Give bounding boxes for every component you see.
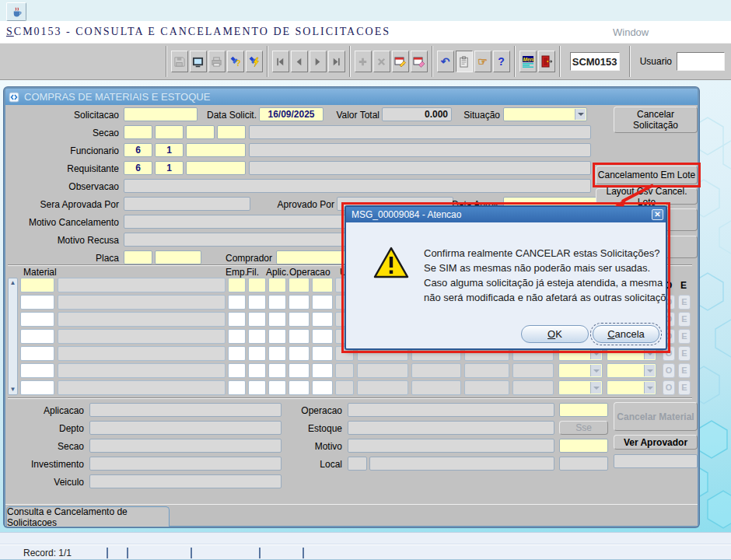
edit-field-button[interactable] — [392, 51, 409, 72]
funcionario-cod-input[interactable] — [186, 143, 246, 157]
cell-material[interactable] — [20, 363, 54, 378]
execute-query-button[interactable] — [246, 51, 263, 72]
cell-operacao-2[interactable] — [312, 346, 333, 361]
cell-operacao-2[interactable] — [312, 329, 333, 344]
cell-aplic[interactable] — [268, 346, 286, 361]
cancelar-solicitacao-button[interactable]: Cancelar Solicitação — [614, 107, 698, 133]
cell-aplic[interactable] — [268, 278, 286, 292]
exit-button[interactable] — [538, 51, 555, 72]
cell-material[interactable] — [20, 346, 54, 361]
cell-emp[interactable] — [228, 312, 246, 327]
funcionario-fil-input[interactable]: 1 — [155, 143, 184, 157]
cell-aplic[interactable] — [268, 295, 286, 310]
placa-input-1[interactable] — [124, 250, 152, 264]
cell-emp[interactable] — [228, 278, 246, 292]
cell-fil[interactable] — [248, 278, 266, 292]
data-solicit-input[interactable]: 16/09/2025 — [259, 107, 324, 121]
print-button[interactable] — [208, 51, 226, 72]
cell-material[interactable] — [20, 278, 54, 292]
situacao-dropdown-arrow[interactable] — [575, 109, 586, 120]
form-window-titlebar[interactable]: COMPRAS DE MATERIAIS E ESTOQUE — [5, 89, 698, 105]
close-icon[interactable]: ✕ — [652, 209, 663, 220]
help-button[interactable]: ? — [493, 51, 510, 72]
cell-operacao-1[interactable] — [289, 380, 310, 395]
dialog-titlebar[interactable]: MSG_00009084 - Atencao ✕ — [346, 207, 666, 222]
motivo-aux-input[interactable] — [559, 439, 608, 453]
cancel-button[interactable]: Cancela — [593, 325, 659, 343]
cell-material[interactable] — [20, 295, 54, 310]
undo-button[interactable]: ↶ — [437, 51, 454, 72]
usuario-input[interactable] — [677, 52, 725, 71]
menu-button[interactable]: Menu — [519, 51, 537, 72]
cell-operacao-1[interactable] — [289, 295, 310, 310]
previous-record-button[interactable] — [291, 51, 308, 72]
clear-field-button[interactable] — [411, 51, 428, 72]
cell-aplic[interactable] — [268, 312, 286, 327]
cell-emp[interactable] — [228, 329, 246, 344]
cell-operacao-2[interactable] — [312, 278, 333, 292]
requisitante-cod-input[interactable] — [186, 161, 246, 175]
delete-record-button[interactable] — [373, 51, 390, 72]
cell-operacao-2[interactable] — [312, 295, 333, 310]
cell-fil[interactable] — [248, 346, 266, 361]
cell-fil[interactable] — [248, 295, 266, 310]
cell-fil[interactable] — [248, 312, 266, 327]
first-record-button[interactable] — [272, 51, 289, 72]
menu-window[interactable]: Window — [613, 26, 649, 38]
cell-fil[interactable] — [248, 329, 266, 344]
secao-input-3[interactable] — [186, 125, 215, 139]
cell-tipo-dropdown[interactable] — [607, 380, 656, 395]
ok-button[interactable]: OK — [521, 325, 589, 343]
cell-situacao-dropdown[interactable] — [558, 363, 603, 378]
display-button[interactable] — [190, 51, 207, 72]
dropdown-arrow-icon[interactable] — [644, 382, 655, 394]
cell-operacao-1[interactable] — [289, 346, 310, 361]
cell-aplic[interactable] — [268, 363, 286, 378]
last-record-button[interactable] — [328, 51, 345, 72]
ver-aprovador-button[interactable]: Ver Aprovador — [614, 435, 698, 450]
secao-input-2[interactable] — [155, 125, 184, 139]
requisitante-emp-input[interactable]: 6 — [124, 161, 152, 175]
cell-situacao-dropdown[interactable] — [558, 380, 603, 395]
placa-input-2[interactable] — [155, 250, 201, 264]
cell-material[interactable] — [20, 312, 54, 327]
next-record-button[interactable] — [310, 51, 327, 72]
grid-scrollbar[interactable]: ▲ ▼ — [8, 278, 18, 395]
funcionario-emp-input[interactable]: 6 — [124, 143, 152, 157]
cell-tipo-dropdown[interactable] — [607, 363, 656, 378]
clipboard-button[interactable] — [456, 51, 473, 72]
cell-operacao-2[interactable] — [312, 312, 333, 327]
cell-operacao-2[interactable] — [312, 363, 333, 378]
scroll-down-icon[interactable]: ▼ — [9, 386, 17, 394]
cell-material[interactable] — [20, 329, 54, 344]
tab-consulta-cancelamento[interactable]: Consulta e Cancelamento de Solicitacoes — [6, 506, 170, 527]
cell-material[interactable] — [20, 380, 54, 395]
dropdown-arrow-icon[interactable] — [590, 382, 601, 394]
cell-operacao-1[interactable] — [289, 329, 310, 344]
cell-emp[interactable] — [228, 380, 246, 395]
secao-input-1[interactable] — [124, 125, 152, 139]
cell-emp[interactable] — [228, 295, 246, 310]
commit-button[interactable]: ☞ — [474, 51, 491, 72]
cell-emp[interactable] — [228, 346, 246, 361]
layout-csv-button[interactable]: Layout Csv Cancel. Lote — [596, 188, 698, 205]
operacao-aux-input[interactable] — [559, 403, 608, 417]
scroll-up-icon[interactable]: ▲ — [9, 279, 17, 287]
cell-operacao-1[interactable] — [289, 278, 310, 292]
enter-query-button[interactable]: ? — [227, 51, 244, 72]
cancelamento-em-lote-button[interactable]: Cancelamento Em Lote — [596, 166, 698, 184]
cell-operacao-1[interactable] — [289, 363, 310, 378]
dropdown-arrow-icon[interactable] — [590, 365, 601, 376]
dropdown-arrow-icon[interactable] — [644, 365, 655, 376]
cell-fil[interactable] — [248, 380, 266, 395]
situacao-dropdown[interactable] — [503, 107, 587, 121]
save-button[interactable] — [171, 51, 188, 72]
cell-operacao-1[interactable] — [289, 312, 310, 327]
requisitante-fil-input[interactable]: 1 — [155, 161, 184, 175]
cell-operacao-2[interactable] — [312, 380, 333, 395]
insert-record-button[interactable] — [355, 51, 372, 72]
cell-fil[interactable] — [248, 363, 266, 378]
cell-emp[interactable] — [228, 363, 246, 378]
cell-aplic[interactable] — [268, 329, 286, 344]
cell-aplic[interactable] — [268, 380, 286, 395]
